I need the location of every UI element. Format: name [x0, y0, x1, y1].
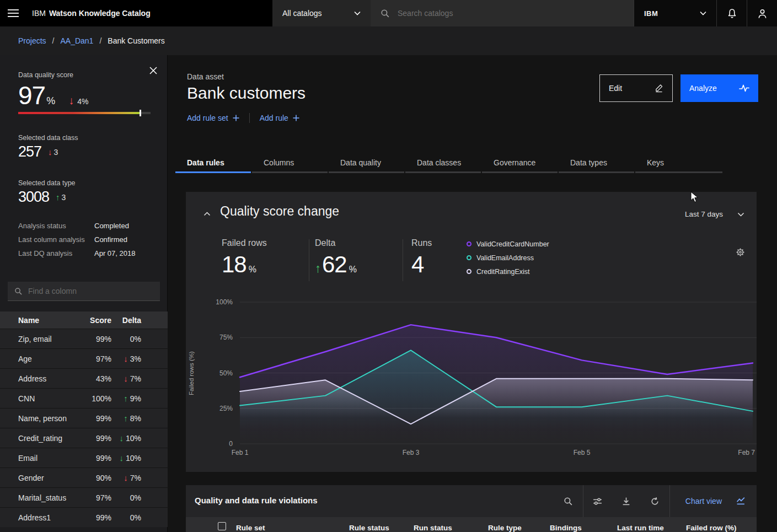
person-icon	[757, 8, 768, 19]
user-avatar-button[interactable]	[747, 0, 777, 26]
quality-score-unit: %	[46, 95, 55, 107]
col-header-score[interactable]: Score	[72, 316, 111, 325]
table-row[interactable]: Address199%0%	[0, 507, 168, 527]
col-header-name[interactable]: Name	[0, 316, 72, 325]
meta-row: Last DQ analysisApr 07, 2018	[18, 249, 151, 257]
breadcrumb-current: Bank Customers	[108, 36, 164, 45]
data-quality-sidebar: Data quality score 97 % ↓ 4% Selected da…	[0, 55, 168, 532]
time-range-dropdown[interactable]: Last 7 days	[685, 210, 744, 218]
notifications-button[interactable]	[716, 0, 747, 26]
violations-column-header[interactable]: Run status	[414, 524, 452, 532]
stat-failed-rows: Failed rows 18 %	[222, 238, 267, 278]
asset-type-label: Data asset	[187, 72, 224, 81]
hamburger-menu-button[interactable]	[0, 0, 26, 26]
violations-header-row: Rule setRule statusRun statusRule typeBi…	[186, 517, 757, 532]
column-score: 90%	[72, 474, 111, 482]
stat-unit: %	[249, 265, 256, 275]
column-name: Credit_rating	[0, 434, 72, 443]
tab-data-types[interactable]: Data types	[559, 154, 634, 173]
svg-text:Feb 3: Feb 3	[403, 449, 420, 456]
violations-column-header[interactable]: Bindings	[550, 524, 582, 532]
up-arrow-icon: ↑	[56, 192, 60, 202]
table-row[interactable]: Gender90%↓7%	[0, 467, 168, 487]
table-row[interactable]: Zip, email99%0%	[0, 329, 168, 348]
tab-data-classes[interactable]: Data classes	[405, 154, 481, 173]
tab-columns[interactable]: Columns	[252, 154, 328, 173]
edit-button-label: Edit	[609, 84, 622, 93]
tab-keys[interactable]: Keys	[635, 154, 722, 173]
violations-column-header[interactable]: Last run time	[617, 524, 664, 532]
chart-card-title: Quality score change	[220, 204, 339, 219]
analyze-button[interactable]: Analyze	[680, 74, 758, 102]
column-delta: 0%	[111, 513, 160, 522]
refresh-icon	[650, 497, 660, 506]
table-row[interactable]: Age97%↓3%	[0, 348, 168, 368]
chevron-down-icon	[737, 212, 744, 217]
violations-column-header[interactable]: Failed row (%)	[686, 524, 737, 532]
legend-label: ValidEmailAddress	[476, 254, 534, 262]
catalog-selector-dropdown[interactable]: All catalogs	[272, 0, 371, 26]
meta-value: Completed	[94, 222, 129, 230]
delta-value: 9%	[130, 394, 141, 403]
legend-item[interactable]: ValidCreditCardNumber	[467, 237, 549, 251]
breadcrumb-separator: /	[99, 36, 101, 45]
select-all-checkbox[interactable]	[218, 522, 226, 530]
activity-icon	[739, 84, 749, 93]
down-arrow-icon: ↓	[119, 433, 124, 443]
column-score: 97%	[72, 354, 111, 363]
column-delta: 0%	[111, 493, 160, 502]
table-row[interactable]: CNN100%↑9%	[0, 388, 168, 408]
table-row[interactable]: Name, person99%↑8%	[0, 408, 168, 428]
search-input[interactable]	[398, 9, 624, 18]
download-button[interactable]	[612, 485, 641, 517]
close-sidebar-button[interactable]	[148, 65, 159, 76]
filter-settings-button[interactable]	[583, 485, 612, 517]
up-arrow-icon: ↑	[124, 413, 128, 423]
account-selector-label: IBM	[644, 9, 658, 18]
violations-column-header[interactable]: Rule status	[349, 524, 389, 532]
column-delta: 0%	[111, 335, 160, 343]
data-type-value: 3008 ↑3	[18, 189, 66, 206]
stat-label: Delta	[315, 238, 357, 248]
column-score: 99%	[72, 414, 111, 423]
refresh-button[interactable]	[641, 485, 669, 517]
tab-data-quality[interactable]: Data quality	[329, 154, 404, 173]
legend-label: CreditRatingExist	[476, 268, 530, 276]
search-icon	[14, 287, 23, 295]
add-rule-link[interactable]: Add rule	[260, 114, 299, 122]
breadcrumb-link-projects[interactable]: Projects	[18, 36, 46, 45]
table-row[interactable]: Marital_status97%0%	[0, 487, 168, 507]
stat-value: 4	[411, 251, 424, 278]
column-delta: ↑9%	[111, 394, 160, 403]
col-header-delta[interactable]: Delta	[111, 316, 160, 325]
add-rule-set-link[interactable]: Add rule set	[187, 114, 239, 122]
quality-score-line-chart[interactable]: 025%50%75%100%Feb 1Feb 3Feb 5Feb 7Failed…	[186, 292, 757, 463]
column-score: 99%	[72, 513, 111, 522]
column-search	[8, 282, 160, 301]
collapse-section-button[interactable]	[201, 208, 212, 219]
svg-text:Feb 1: Feb 1	[232, 449, 249, 456]
quality-score-delta: 4%	[77, 97, 88, 106]
table-row[interactable]: Email99%↓10%	[0, 448, 168, 467]
legend-item[interactable]: ValidEmailAddress	[467, 251, 549, 265]
table-row[interactable]: Address43%↓7%	[0, 368, 168, 388]
violations-column-header[interactable]: Rule set	[236, 524, 265, 532]
table-search-button[interactable]	[554, 485, 583, 517]
violations-column-header[interactable]: Rule type	[488, 524, 522, 532]
tab-data-rules[interactable]: Data rules	[175, 154, 251, 173]
account-selector-dropdown[interactable]: IBM	[634, 0, 716, 26]
table-row[interactable]: Credit_rating99%↓10%	[0, 428, 168, 448]
column-delta: ↓10%	[111, 453, 160, 463]
legend-item[interactable]: CreditRatingExist	[467, 265, 549, 278]
chart-settings-button[interactable]	[734, 246, 746, 258]
legend-label: ValidCreditCardNumber	[476, 240, 549, 248]
delta-value: 0%	[130, 513, 141, 522]
meta-value: Confirmed	[94, 235, 127, 244]
chart-view-toggle[interactable]: Chart view	[670, 485, 757, 517]
tab-governance[interactable]: Governance	[482, 154, 558, 173]
brand-name: Watson Knowledge Catalog	[49, 9, 151, 18]
edit-button[interactable]: Edit	[599, 74, 673, 102]
column-score: 99%	[72, 335, 111, 343]
find-column-input[interactable]	[28, 287, 153, 295]
breadcrumb-link-project[interactable]: AA_Dan1	[60, 36, 93, 45]
